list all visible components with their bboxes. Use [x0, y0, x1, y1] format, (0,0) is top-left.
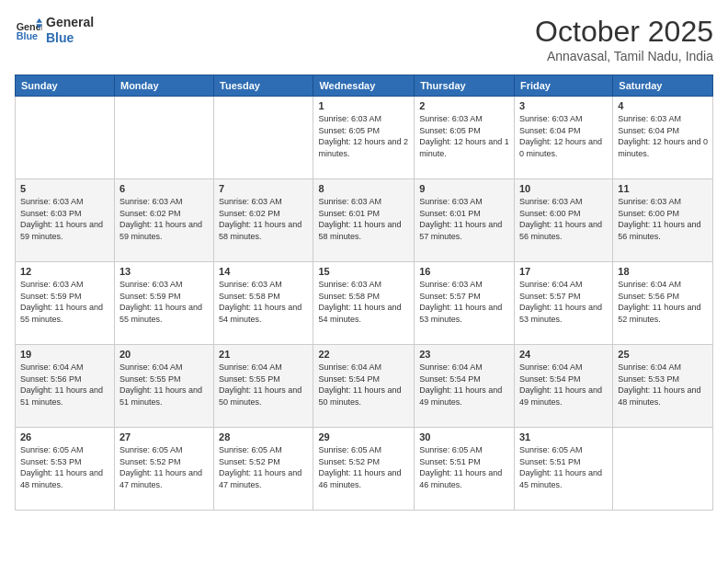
- day-info: Sunrise: 6:04 AM Sunset: 5:56 PM Dayligh…: [618, 279, 708, 325]
- day-info: Sunrise: 6:04 AM Sunset: 5:55 PM Dayligh…: [219, 362, 308, 408]
- day-number: 19: [20, 349, 109, 360]
- weekday-header-friday: Friday: [514, 75, 612, 97]
- day-cell: 24Sunrise: 6:04 AM Sunset: 5:54 PM Dayli…: [514, 345, 612, 428]
- day-number: 13: [119, 266, 209, 277]
- day-info: Sunrise: 6:04 AM Sunset: 5:57 PM Dayligh…: [519, 279, 608, 325]
- day-info: Sunrise: 6:03 AM Sunset: 6:02 PM Dayligh…: [119, 196, 209, 242]
- day-cell: 4Sunrise: 6:03 AM Sunset: 6:04 PM Daylig…: [613, 97, 713, 179]
- day-cell: 10Sunrise: 6:03 AM Sunset: 6:00 PM Dayli…: [514, 179, 612, 262]
- week-row-1: 1Sunrise: 6:03 AM Sunset: 6:05 PM Daylig…: [16, 97, 713, 179]
- day-cell: 18Sunrise: 6:04 AM Sunset: 5:56 PM Dayli…: [613, 262, 713, 345]
- day-cell: 12Sunrise: 6:03 AM Sunset: 5:59 PM Dayli…: [16, 262, 115, 345]
- day-info: Sunrise: 6:03 AM Sunset: 6:05 PM Dayligh…: [419, 113, 509, 159]
- day-info: Sunrise: 6:04 AM Sunset: 5:56 PM Dayligh…: [20, 362, 109, 408]
- day-cell: 22Sunrise: 6:04 AM Sunset: 5:54 PM Dayli…: [313, 345, 415, 428]
- day-cell: 21Sunrise: 6:04 AM Sunset: 5:55 PM Dayli…: [214, 345, 313, 428]
- weekday-header-saturday: Saturday: [613, 75, 713, 97]
- day-cell: 6Sunrise: 6:03 AM Sunset: 6:02 PM Daylig…: [114, 179, 213, 262]
- day-cell: 5Sunrise: 6:03 AM Sunset: 6:03 PM Daylig…: [16, 179, 115, 262]
- day-number: 20: [119, 349, 209, 360]
- day-cell: 15Sunrise: 6:03 AM Sunset: 5:58 PM Dayli…: [313, 262, 415, 345]
- day-cell: 3Sunrise: 6:03 AM Sunset: 6:04 PM Daylig…: [514, 97, 612, 179]
- logo: General Blue General Blue: [15, 15, 94, 46]
- day-number: 21: [219, 349, 308, 360]
- day-number: 15: [318, 266, 409, 277]
- day-info: Sunrise: 6:03 AM Sunset: 6:01 PM Dayligh…: [419, 196, 509, 242]
- day-info: Sunrise: 6:05 AM Sunset: 5:52 PM Dayligh…: [318, 444, 409, 490]
- day-cell: 19Sunrise: 6:04 AM Sunset: 5:56 PM Dayli…: [16, 345, 115, 428]
- day-number: 27: [119, 431, 209, 442]
- day-info: Sunrise: 6:03 AM Sunset: 5:59 PM Dayligh…: [20, 279, 109, 325]
- svg-marker-2: [36, 17, 42, 22]
- day-info: Sunrise: 6:03 AM Sunset: 6:00 PM Dayligh…: [519, 196, 608, 242]
- day-info: Sunrise: 6:03 AM Sunset: 6:04 PM Dayligh…: [618, 113, 708, 159]
- day-cell: 1Sunrise: 6:03 AM Sunset: 6:05 PM Daylig…: [313, 97, 415, 179]
- day-info: Sunrise: 6:03 AM Sunset: 6:05 PM Dayligh…: [318, 113, 409, 159]
- day-info: Sunrise: 6:03 AM Sunset: 5:59 PM Dayligh…: [119, 279, 209, 325]
- logo-icon: General Blue: [15, 17, 42, 44]
- weekday-header-row: SundayMondayTuesdayWednesdayThursdayFrid…: [16, 75, 713, 97]
- day-info: Sunrise: 6:04 AM Sunset: 5:54 PM Dayligh…: [419, 362, 509, 408]
- day-cell: 29Sunrise: 6:05 AM Sunset: 5:52 PM Dayli…: [313, 428, 415, 511]
- day-number: 12: [20, 266, 109, 277]
- day-number: 18: [618, 266, 708, 277]
- week-row-2: 5Sunrise: 6:03 AM Sunset: 6:03 PM Daylig…: [16, 179, 713, 262]
- title-block: October 2025 Annavasal, Tamil Nadu, Indi…: [535, 15, 713, 63]
- day-cell: 2Sunrise: 6:03 AM Sunset: 6:05 PM Daylig…: [415, 97, 515, 179]
- day-info: Sunrise: 6:03 AM Sunset: 6:04 PM Dayligh…: [519, 113, 608, 159]
- weekday-header-wednesday: Wednesday: [313, 75, 415, 97]
- weekday-header-sunday: Sunday: [16, 75, 115, 97]
- day-number: 11: [618, 183, 708, 194]
- day-number: 3: [519, 100, 608, 111]
- location-subtitle: Annavasal, Tamil Nadu, India: [535, 49, 713, 63]
- weekday-header-tuesday: Tuesday: [214, 75, 313, 97]
- day-info: Sunrise: 6:03 AM Sunset: 5:58 PM Dayligh…: [219, 279, 308, 325]
- day-cell: 13Sunrise: 6:03 AM Sunset: 5:59 PM Dayli…: [114, 262, 213, 345]
- day-cell: [16, 97, 115, 179]
- day-info: Sunrise: 6:04 AM Sunset: 5:55 PM Dayligh…: [119, 362, 209, 408]
- day-info: Sunrise: 6:03 AM Sunset: 6:03 PM Dayligh…: [20, 196, 109, 242]
- day-cell: 31Sunrise: 6:05 AM Sunset: 5:51 PM Dayli…: [514, 428, 612, 511]
- day-number: 30: [419, 431, 509, 442]
- month-title: October 2025: [535, 15, 713, 49]
- day-number: 22: [318, 349, 409, 360]
- day-info: Sunrise: 6:03 AM Sunset: 6:01 PM Dayligh…: [318, 196, 409, 242]
- day-number: 5: [20, 183, 109, 194]
- week-row-3: 12Sunrise: 6:03 AM Sunset: 5:59 PM Dayli…: [16, 262, 713, 345]
- day-cell: 9Sunrise: 6:03 AM Sunset: 6:01 PM Daylig…: [415, 179, 515, 262]
- day-number: 9: [419, 183, 509, 194]
- day-cell: 11Sunrise: 6:03 AM Sunset: 6:00 PM Dayli…: [613, 179, 713, 262]
- weekday-header-thursday: Thursday: [415, 75, 515, 97]
- day-cell: 8Sunrise: 6:03 AM Sunset: 6:01 PM Daylig…: [313, 179, 415, 262]
- day-number: 29: [318, 431, 409, 442]
- page-header: General Blue General Blue October 2025 A…: [15, 15, 713, 63]
- day-cell: 26Sunrise: 6:05 AM Sunset: 5:53 PM Dayli…: [16, 428, 115, 511]
- day-number: 6: [119, 183, 209, 194]
- weekday-header-monday: Monday: [114, 75, 213, 97]
- day-info: Sunrise: 6:05 AM Sunset: 5:53 PM Dayligh…: [20, 444, 109, 490]
- day-number: 2: [419, 100, 509, 111]
- day-number: 25: [618, 349, 708, 360]
- day-cell: 7Sunrise: 6:03 AM Sunset: 6:02 PM Daylig…: [214, 179, 313, 262]
- day-info: Sunrise: 6:03 AM Sunset: 5:58 PM Dayligh…: [318, 279, 409, 325]
- day-cell: 30Sunrise: 6:05 AM Sunset: 5:51 PM Dayli…: [415, 428, 515, 511]
- day-number: 28: [219, 431, 308, 442]
- day-number: 10: [519, 183, 608, 194]
- day-cell: 14Sunrise: 6:03 AM Sunset: 5:58 PM Dayli…: [214, 262, 313, 345]
- logo-text: General Blue: [46, 15, 94, 46]
- day-number: 14: [219, 266, 308, 277]
- day-number: 17: [519, 266, 608, 277]
- day-number: 7: [219, 183, 308, 194]
- day-number: 16: [419, 266, 509, 277]
- day-cell: [114, 97, 213, 179]
- day-info: Sunrise: 6:05 AM Sunset: 5:51 PM Dayligh…: [519, 444, 608, 490]
- day-info: Sunrise: 6:05 AM Sunset: 5:52 PM Dayligh…: [219, 444, 308, 490]
- day-number: 1: [318, 100, 409, 111]
- day-info: Sunrise: 6:05 AM Sunset: 5:52 PM Dayligh…: [119, 444, 209, 490]
- day-number: 24: [519, 349, 608, 360]
- day-cell: 17Sunrise: 6:04 AM Sunset: 5:57 PM Dayli…: [514, 262, 612, 345]
- day-cell: [214, 97, 313, 179]
- day-cell: 25Sunrise: 6:04 AM Sunset: 5:53 PM Dayli…: [613, 345, 713, 428]
- day-number: 31: [519, 431, 608, 442]
- day-cell: [613, 428, 713, 511]
